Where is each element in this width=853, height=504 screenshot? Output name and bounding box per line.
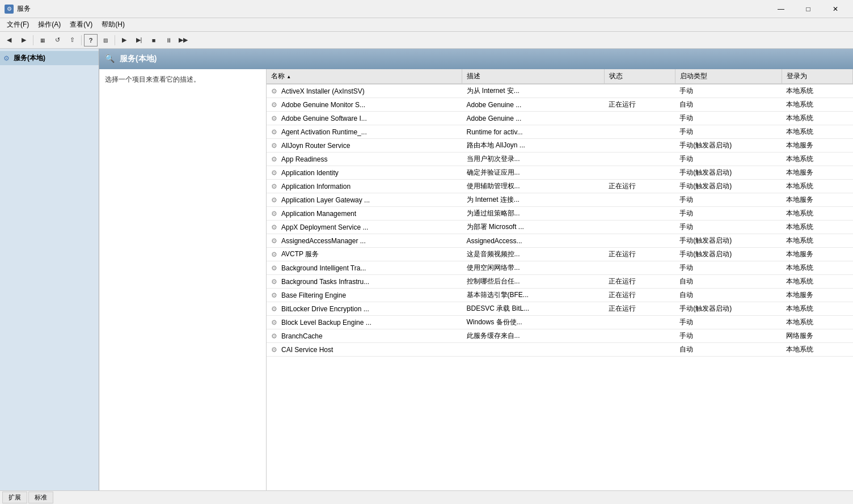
col-name[interactable]: 名称 ▲ xyxy=(267,69,462,84)
forward-button[interactable]: ▶ xyxy=(17,34,31,46)
service-login-cell: 本地系统 xyxy=(782,221,852,234)
gear-icon: ⚙ xyxy=(271,128,279,136)
content-body: 选择一个项目来查看它的描述。 名称 ▲ 描述 状态 启动类型 xyxy=(99,69,853,490)
show-hide-button[interactable]: ▦ xyxy=(36,34,49,46)
table-row[interactable]: ⚙Application Information使用辅助管理权...正在运行手动… xyxy=(267,180,853,193)
table-row[interactable]: ⚙AssignedAccessManager ...AssignedAccess… xyxy=(267,234,853,248)
table-row[interactable]: ⚙Adobe Genuine Monitor S...Adobe Genuine… xyxy=(267,98,853,112)
service-startup-cell: 手动 xyxy=(675,316,782,329)
service-status-cell: 正在运行 xyxy=(604,180,675,193)
service-status-cell xyxy=(604,139,675,153)
title-controls: — □ ✕ xyxy=(768,1,848,17)
table-row[interactable]: ⚙Agent Activation Runtime_...Runtime for… xyxy=(267,125,853,139)
table-row[interactable]: ⚙AVCTP 服务这是音频视频控...正在运行手动(触发器启动)本地服务 xyxy=(267,248,853,261)
table-row[interactable]: ⚙AppX Deployment Service ...为部署 Microsof… xyxy=(267,221,853,234)
menu-action[interactable]: 操作(A) xyxy=(33,19,65,31)
service-status-cell xyxy=(604,234,675,248)
menu-help[interactable]: 帮助(H) xyxy=(97,19,129,31)
sidebar-item-local-services[interactable]: ⚙ 服务(本地) xyxy=(0,51,99,65)
service-login-cell: 本地系统 xyxy=(782,112,852,125)
service-login-cell: 本地系统 xyxy=(782,125,852,139)
service-name-cell: ⚙AVCTP 服务 xyxy=(267,248,462,261)
gear-icon: ⚙ xyxy=(271,101,279,109)
gear-icon: ⚙ xyxy=(271,223,279,231)
maximize-button[interactable]: □ xyxy=(795,1,821,17)
table-row[interactable]: ⚙Adobe Genuine Software I...Adobe Genuin… xyxy=(267,112,853,125)
service-startup-cell: 手动 xyxy=(675,329,782,343)
gear-icon: ⚙ xyxy=(271,291,279,299)
play-button[interactable]: ▶ xyxy=(117,34,131,46)
main-area: ⚙ 服务(本地) 🔍 服务(本地) 选择一个项目来查看它的描述。 xyxy=(0,49,853,490)
service-name-cell: ⚙Application Management xyxy=(267,207,462,221)
service-startup-cell: 自动 xyxy=(675,275,782,289)
table-row[interactable]: ⚙Block Level Backup Engine ...Windows 备份… xyxy=(267,316,853,329)
table-area[interactable]: 名称 ▲ 描述 状态 启动类型 登录为 ⚙ActiveX Installer (… xyxy=(267,69,853,490)
service-status-cell: 正在运行 xyxy=(604,289,675,302)
table-row[interactable]: ⚙ActiveX Installer (AxInstSV)为从 Internet… xyxy=(267,84,853,98)
restart-button[interactable]: ▶▶ xyxy=(176,34,190,46)
table-row[interactable]: ⚙Application Layer Gateway ...为 Internet… xyxy=(267,193,853,207)
table-row[interactable]: ⚙App Readiness当用户初次登录...手动本地系统 xyxy=(267,153,853,166)
service-login-cell: 本地服务 xyxy=(782,248,852,261)
minimize-button[interactable]: — xyxy=(768,1,794,17)
service-login-cell: 网络服务 xyxy=(782,329,852,343)
col-login[interactable]: 登录为 xyxy=(782,69,852,84)
close-button[interactable]: ✕ xyxy=(822,1,848,17)
menu-file[interactable]: 文件(F) xyxy=(2,19,33,31)
help-button[interactable]: ? xyxy=(84,34,98,46)
service-name-cell: ⚙Adobe Genuine Monitor S... xyxy=(267,98,462,112)
service-status-cell xyxy=(604,343,675,357)
tab-expand[interactable]: 扩展 xyxy=(2,492,27,503)
title-bar-left: ⚙ 服务 xyxy=(5,4,31,14)
service-startup-cell: 手动 xyxy=(675,207,782,221)
back-button[interactable]: ◀ xyxy=(2,34,16,46)
menu-view[interactable]: 查看(V) xyxy=(65,19,97,31)
refresh-button[interactable]: ↺ xyxy=(50,34,64,46)
col-description[interactable]: 描述 xyxy=(462,69,605,84)
table-row[interactable]: ⚙BitLocker Drive Encryption ...BDESVC 承载… xyxy=(267,302,853,316)
table-row[interactable]: ⚙BranchCache此服务缓存来自...手动网络服务 xyxy=(267,329,853,343)
service-login-cell: 本地系统 xyxy=(782,98,852,112)
table-row[interactable]: ⚙Background Tasks Infrastru...控制哪些后台任...… xyxy=(267,275,853,289)
window-title: 服务 xyxy=(17,4,31,14)
gear-icon: ⚙ xyxy=(271,183,279,190)
service-status-cell: 正在运行 xyxy=(604,275,675,289)
gear-icon: ⚙ xyxy=(271,237,279,245)
table-row[interactable]: ⚙Application Management为通过组策略部...手动本地系统 xyxy=(267,207,853,221)
service-login-cell: 本地服务 xyxy=(782,193,852,207)
play-next-button[interactable]: ▶| xyxy=(132,34,146,46)
export-button[interactable]: ⇧ xyxy=(65,34,79,46)
stop-button[interactable]: ■ xyxy=(147,34,161,46)
service-name-cell: ⚙AppX Deployment Service ... xyxy=(267,221,462,234)
table-header-row: 名称 ▲ 描述 状态 启动类型 登录为 xyxy=(267,69,853,84)
service-startup-cell: 手动(触发器启动) xyxy=(675,302,782,316)
service-desc-cell: 确定并验证应用... xyxy=(462,166,605,180)
service-name-cell: ⚙BranchCache xyxy=(267,329,462,343)
gear-icon: ⚙ xyxy=(271,196,279,204)
table-row[interactable]: ⚙CAI Service Host自动本地系统 xyxy=(267,343,853,357)
tab-standard[interactable]: 标准 xyxy=(28,492,53,503)
table-row[interactable]: ⚙Base Filtering Engine基本筛选引擎(BFE...正在运行自… xyxy=(267,289,853,302)
service-login-cell: 本地系统 xyxy=(782,84,852,98)
gear-icon: ⚙ xyxy=(271,264,279,272)
table-row[interactable]: ⚙Application Identity确定并验证应用...手动(触发器启动)… xyxy=(267,166,853,180)
service-name-cell: ⚙ActiveX Installer (AxInstSV) xyxy=(267,84,462,98)
col-status[interactable]: 状态 xyxy=(604,69,675,84)
col-startup[interactable]: 启动类型 xyxy=(675,69,782,84)
service-status-cell xyxy=(604,221,675,234)
service-desc-cell: 此服务缓存来自... xyxy=(462,329,605,343)
service-startup-cell: 手动 xyxy=(675,153,782,166)
content-area: 🔍 服务(本地) 选择一个项目来查看它的描述。 名称 ▲ xyxy=(99,49,853,490)
properties-button[interactable]: ▨ xyxy=(99,34,112,46)
toolbar-separator-1 xyxy=(33,35,33,45)
service-status-cell xyxy=(604,193,675,207)
service-name-cell: ⚙Application Information xyxy=(267,180,462,193)
service-login-cell: 本地系统 xyxy=(782,302,852,316)
table-row[interactable]: ⚙Background Intelligent Tra...使用空闲网络带...… xyxy=(267,261,853,275)
table-row[interactable]: ⚙AllJoyn Router Service路由本地 AllJoyn ...手… xyxy=(267,139,853,153)
service-desc-cell: Adobe Genuine ... xyxy=(462,112,605,125)
pause-button[interactable]: ⏸ xyxy=(162,34,175,46)
service-desc-cell: 为从 Internet 安... xyxy=(462,84,605,98)
service-login-cell: 本地系统 xyxy=(782,207,852,221)
gear-icon: ⚙ xyxy=(271,142,279,150)
